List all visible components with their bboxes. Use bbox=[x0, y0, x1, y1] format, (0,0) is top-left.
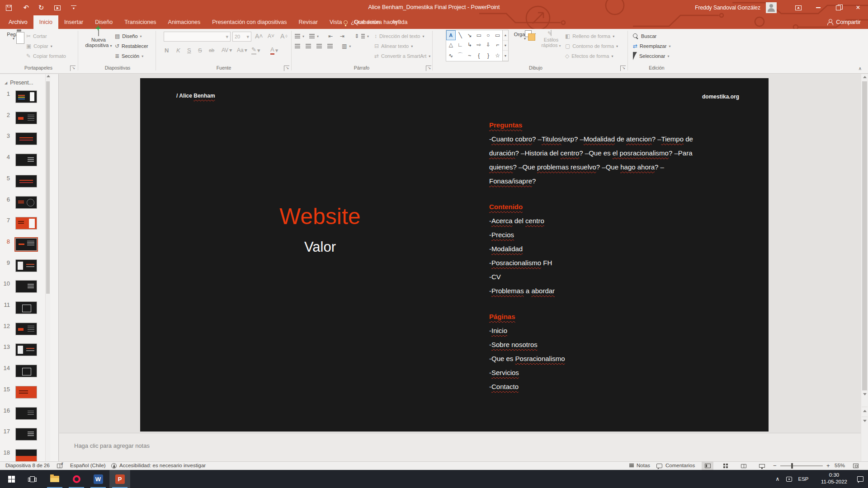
shape-icon-13[interactable]: ⌒ bbox=[456, 50, 465, 61]
shape-icon-12[interactable]: ∿ bbox=[446, 50, 456, 61]
slide-thumbnail-18[interactable] bbox=[15, 449, 37, 462]
slide-thumbnail-10[interactable] bbox=[15, 280, 37, 293]
tab-diseño[interactable]: Diseño bbox=[89, 15, 118, 29]
slide-body-textbox[interactable]: Preguntas-Cuanto cobro? –Titulos/exp? –M… bbox=[489, 118, 717, 394]
tell-me-search[interactable]: ¿Qué desea hacer? bbox=[344, 15, 401, 29]
shape-outline-button[interactable]: ▢Contorno de forma▾ bbox=[565, 42, 618, 51]
zoom-slider[interactable] bbox=[780, 465, 823, 466]
tab-revisar[interactable]: Revisar bbox=[293, 15, 324, 29]
highlight-color-button[interactable]: ✎▾ bbox=[251, 45, 260, 55]
shape-icon-4[interactable]: ○ bbox=[484, 30, 493, 40]
paragraph-dialog-launcher[interactable]: ↘ bbox=[426, 66, 431, 71]
tab-presentación-con-diapositivas[interactable]: Presentación con diapositivas bbox=[206, 15, 292, 29]
bullets-button[interactable]: ▾ bbox=[295, 32, 304, 41]
align-text-button[interactable]: ⊟Alinear texto▾ bbox=[374, 42, 413, 51]
strikethrough-alt-button[interactable]: ab bbox=[209, 45, 214, 55]
slide-thumbnail-15[interactable] bbox=[15, 386, 37, 399]
redo-icon[interactable]: ↻ bbox=[36, 3, 46, 13]
shape-icon-11[interactable]: ⌐ bbox=[493, 40, 502, 50]
clock[interactable]: 0:30 11-05-2022 bbox=[815, 472, 854, 485]
next-slide-button[interactable] bbox=[862, 417, 868, 425]
line-spacing-button[interactable]: ⇕▾ bbox=[354, 32, 369, 41]
avatar[interactable] bbox=[766, 2, 777, 13]
zoom-slider-thumb[interactable] bbox=[791, 463, 793, 469]
tab-transiciones[interactable]: Transiciones bbox=[118, 15, 162, 29]
start-button[interactable] bbox=[1, 470, 22, 488]
align-center-button[interactable] bbox=[306, 42, 311, 51]
tab-insertar[interactable]: Insertar bbox=[58, 15, 89, 29]
quick-styles-button[interactable]: Estilosrápidos ▾ bbox=[540, 30, 562, 64]
tab-inicio[interactable]: Inicio bbox=[33, 15, 58, 29]
shape-icon-3[interactable]: ▭ bbox=[474, 30, 484, 40]
new-slide-button[interactable]: Nuevadiapositiva ▾ bbox=[84, 30, 113, 64]
slide-thumbnail-9[interactable] bbox=[15, 259, 37, 272]
shape-icon-17[interactable]: ☆ bbox=[493, 50, 502, 61]
shape-icon-16[interactable]: } bbox=[484, 50, 493, 61]
share-button[interactable]: Compartir bbox=[827, 15, 861, 29]
convert-smartart-button[interactable]: ⇄Convertir a SmartArt▾ bbox=[374, 52, 430, 61]
shapes-scroll-up-icon[interactable]: ▲ bbox=[503, 30, 508, 41]
select-button[interactable]: Seleccionar▾ bbox=[633, 52, 670, 61]
font-dialog-launcher[interactable]: ↘ bbox=[284, 66, 289, 71]
find-button[interactable]: Buscar bbox=[633, 32, 656, 41]
clipboard-dialog-launcher[interactable]: ↘ bbox=[70, 66, 75, 71]
slide-thumbnail-14[interactable] bbox=[15, 365, 37, 377]
slide-title-textbox[interactable]: Website Valor bbox=[248, 204, 392, 255]
italic-button[interactable]: K bbox=[176, 45, 180, 55]
word-icon[interactable]: W bbox=[88, 470, 108, 488]
character-spacing-button[interactable]: AV▾ bbox=[222, 45, 232, 55]
fit-slide-to-window-icon[interactable] bbox=[850, 462, 862, 470]
shape-icon-1[interactable]: ╲ bbox=[456, 30, 465, 40]
increase-font-size-button[interactable]: A˄ bbox=[255, 31, 263, 41]
scrollbar-thumb[interactable] bbox=[862, 81, 867, 390]
align-left-button[interactable] bbox=[295, 42, 300, 51]
normal-view-icon[interactable] bbox=[702, 462, 713, 470]
align-right-button[interactable] bbox=[316, 42, 322, 51]
shape-fill-button[interactable]: ◧Relleno de forma▾ bbox=[565, 32, 614, 41]
scroll-up-icon[interactable] bbox=[863, 76, 867, 78]
slide-thumbnail-6[interactable] bbox=[15, 196, 37, 209]
scroll-down-icon[interactable] bbox=[863, 393, 867, 395]
shape-icon-10[interactable]: ⇩ bbox=[484, 40, 493, 50]
slide-thumbnail-11[interactable] bbox=[15, 301, 37, 314]
columns-button[interactable]: ▥▾ bbox=[342, 42, 351, 51]
numbering-button[interactable]: ▾ bbox=[309, 32, 319, 41]
slide-thumbnail-3[interactable] bbox=[15, 132, 37, 145]
section-button[interactable]: ≣Sección▾ bbox=[115, 52, 143, 61]
zoom-level[interactable]: 55% bbox=[835, 463, 845, 468]
replace-button[interactable]: ⇄Reemplazar▾ bbox=[633, 42, 670, 51]
account-name[interactable]: Freddy Sandoval González bbox=[695, 5, 760, 11]
spellcheck-status-icon[interactable] bbox=[57, 464, 62, 469]
slideshow-view-icon[interactable] bbox=[756, 462, 768, 470]
close-icon[interactable]: × bbox=[848, 0, 868, 15]
save-icon[interactable] bbox=[4, 3, 14, 13]
ribbon-display-options-icon[interactable] bbox=[788, 0, 808, 15]
screen-recorder-tray-icon[interactable] bbox=[783, 470, 795, 488]
slide-credit-textbox[interactable]: / Alice Benham bbox=[176, 93, 215, 99]
shape-icon-6[interactable]: △ bbox=[446, 40, 456, 50]
slide-counter[interactable]: Diapositiva 8 de 26 bbox=[5, 463, 50, 468]
input-language-indicator[interactable]: ESP bbox=[796, 470, 811, 488]
notes-toggle[interactable] bbox=[629, 464, 634, 469]
main-vertical-scrollbar[interactable] bbox=[861, 74, 868, 461]
language-status[interactable]: Español (Chile) bbox=[70, 463, 106, 468]
previous-slide-button[interactable] bbox=[862, 407, 868, 415]
font-color-button[interactable]: A▾ bbox=[270, 45, 278, 55]
slide-thumbnail-16[interactable] bbox=[15, 407, 37, 420]
font-name-combobox[interactable]: ▾ bbox=[164, 32, 231, 42]
shape-icon-14[interactable]: ~ bbox=[465, 50, 474, 61]
shape-icon-2[interactable]: ↘ bbox=[465, 30, 474, 40]
presentation-section-header[interactable]: ◢ Present... bbox=[5, 80, 33, 86]
justify-button[interactable] bbox=[327, 42, 333, 51]
shape-icon-8[interactable]: ↳ bbox=[465, 40, 474, 50]
panel-scroll-up-icon[interactable] bbox=[47, 75, 50, 77]
text-direction-button[interactable]: ↕Dirección del texto▾ bbox=[374, 32, 425, 41]
panel-scrollbar-thumb[interactable] bbox=[46, 81, 50, 294]
drawing-dialog-launcher[interactable]: ↘ bbox=[620, 66, 626, 71]
zoom-in-icon[interactable]: + bbox=[826, 462, 830, 469]
customize-qat-icon[interactable]: ▾ bbox=[69, 3, 79, 13]
tab-archivo[interactable]: Archivo bbox=[3, 15, 33, 29]
decrease-indent-button[interactable]: ⇤ bbox=[328, 32, 333, 41]
copy-button[interactable]: ▣Copiar▾ bbox=[26, 42, 52, 51]
bold-button[interactable]: N bbox=[165, 45, 169, 55]
